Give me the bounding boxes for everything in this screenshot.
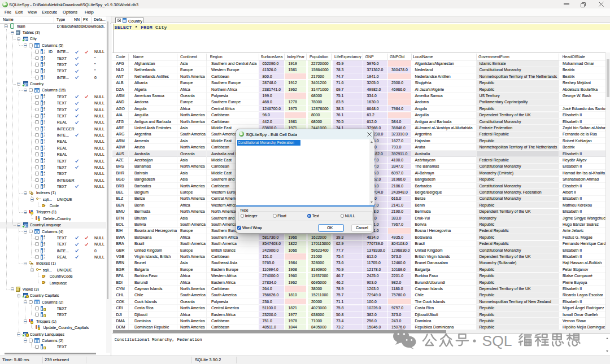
svg-text:SQL: SQL [482,332,512,349]
